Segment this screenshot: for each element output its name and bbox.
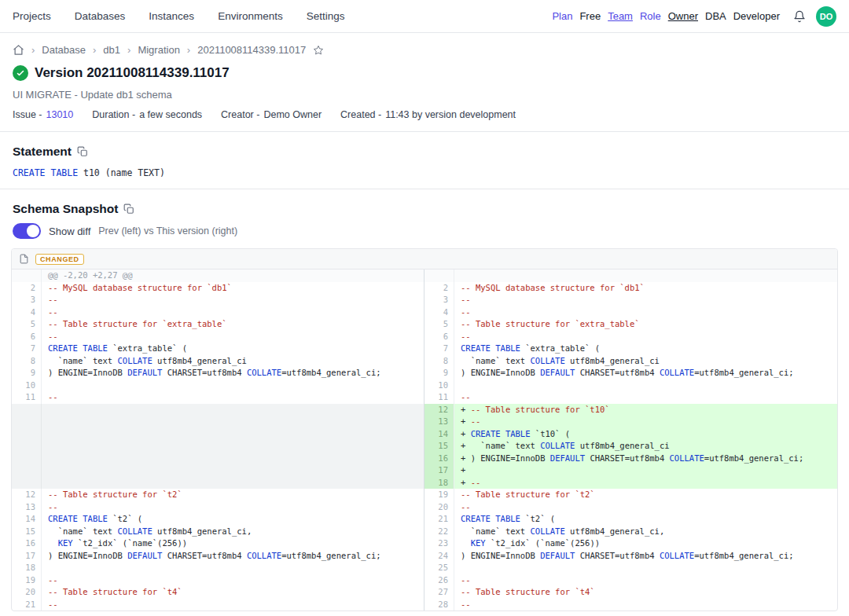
- line-number: [12, 464, 42, 477]
- line-number: 17: [424, 464, 454, 477]
- diff-line: 5-- Table structure for `extra_table`: [12, 318, 424, 331]
- meta-issue-label: Issue -: [13, 109, 42, 120]
- plan-option-team[interactable]: Team: [608, 10, 633, 22]
- nav-projects[interactable]: Projects: [13, 10, 51, 22]
- line-code: + CREATE TABLE `t10` (: [454, 428, 837, 441]
- statement-sql: CREATE TABLE t10 (name TEXT): [0, 159, 849, 189]
- diff-line: 10: [12, 380, 424, 392]
- diff-line: 7CREATE TABLE `extra_table` (: [12, 343, 424, 355]
- line-code: CREATE TABLE `extra_table` (: [42, 343, 424, 355]
- line-number: 20: [424, 501, 454, 514]
- diff-line: 27-- Table structure for `t4`: [424, 586, 837, 599]
- line-code: [42, 453, 424, 465]
- plan-label[interactable]: Plan: [552, 10, 572, 22]
- line-code: -- Table structure for `t4`: [454, 586, 837, 599]
- line-number: 15: [424, 440, 454, 453]
- line-number: 15: [12, 526, 42, 538]
- diff-line: 11--: [424, 391, 837, 404]
- copy-snapshot-icon[interactable]: [123, 204, 134, 214]
- line-code: --: [42, 294, 424, 306]
- diff-line: 7CREATE TABLE `extra_table` (: [424, 343, 837, 355]
- diff-line: 17+: [424, 464, 837, 477]
- line-number: 11: [12, 391, 42, 404]
- line-code: -- Table structure for `extra_table`: [454, 318, 837, 331]
- line-code: + ) ENGINE=InnoDB DEFAULT CHARSET=utf8mb…: [454, 453, 837, 465]
- diff-line: 5-- Table structure for `extra_table`: [424, 318, 837, 331]
- show-diff-label: Show diff: [49, 226, 90, 237]
- star-icon[interactable]: [313, 45, 324, 56]
- diff-line: 23 KEY `t2_idx` (`name`(256)): [424, 537, 837, 550]
- diff-line: 2-- MySQL database structure for `db1`: [12, 282, 424, 295]
- line-number: 17: [12, 550, 42, 563]
- notification-bell-icon[interactable]: [793, 10, 806, 23]
- diff-line: 12+ -- Table structure for `t10`: [424, 404, 837, 416]
- diff-line: [12, 464, 424, 477]
- line-number: [12, 404, 42, 416]
- schema-diff-card: CHANGED @@ -2,20 +2,27 @@2-- MySQL datab…: [11, 248, 838, 611]
- line-number: 8: [12, 355, 42, 368]
- nav-databases[interactable]: Databases: [75, 10, 126, 22]
- diff-line: 12-- Table structure for `t2`: [12, 489, 424, 501]
- copy-statement-icon[interactable]: [77, 146, 88, 157]
- plan-option-free[interactable]: Free: [579, 10, 601, 22]
- diff-body: @@ -2,20 +2,27 @@2-- MySQL database stru…: [12, 270, 837, 610]
- line-number: 5: [424, 318, 454, 331]
- line-code: CREATE TABLE `t2` (: [42, 513, 424, 526]
- line-number: 4: [12, 306, 42, 319]
- breadcrumb-migration[interactable]: Migration: [138, 44, 179, 56]
- role-option-owner[interactable]: Owner: [668, 10, 698, 22]
- diff-line: 21--: [12, 599, 424, 611]
- diff-line: 4--: [424, 306, 837, 319]
- breadcrumb-database[interactable]: Database: [42, 44, 86, 56]
- statement-heading: Statement: [13, 145, 72, 159]
- line-number: 2: [12, 282, 42, 295]
- role-option-developer[interactable]: Developer: [733, 10, 780, 22]
- line-code: ) ENGINE=InnoDB DEFAULT CHARSET=utf8mb4 …: [42, 367, 424, 380]
- line-number: [12, 428, 42, 441]
- nav-environments[interactable]: Environments: [218, 10, 283, 22]
- line-code: + `name` text COLLATE utf8mb4_general_ci: [454, 440, 837, 453]
- line-number: 10: [12, 380, 42, 392]
- role-label[interactable]: Role: [640, 10, 661, 22]
- diff-line: 21CREATE TABLE `t2` (: [424, 513, 837, 526]
- line-number: 6: [424, 331, 454, 343]
- nav-instances[interactable]: Instances: [149, 10, 194, 22]
- line-code: [42, 440, 424, 453]
- nav-right: Plan Free Team Role Owner DBA Developer …: [552, 6, 836, 27]
- line-code: [454, 562, 837, 574]
- line-number: 13: [12, 501, 42, 514]
- role-option-dba[interactable]: DBA: [705, 10, 726, 22]
- line-number: 5: [12, 318, 42, 331]
- line-code: -- Table structure for `t4`: [42, 586, 424, 599]
- diff-line: [12, 453, 424, 465]
- issue-link[interactable]: 13010: [46, 109, 74, 120]
- breadcrumb-version[interactable]: 20211008114339.11017: [197, 44, 306, 56]
- line-number: 16: [12, 537, 42, 550]
- line-code: --: [42, 501, 424, 514]
- line-number: 3: [424, 294, 454, 306]
- line-code: [42, 380, 424, 392]
- line-number: 19: [424, 489, 454, 501]
- line-code: [454, 380, 837, 392]
- line-code: --: [42, 331, 424, 343]
- diff-line: [12, 404, 424, 416]
- line-code: -- MySQL database structure for `db1`: [42, 282, 424, 295]
- meta-duration: Duration - a few seconds: [92, 109, 202, 120]
- line-number: 20: [12, 586, 42, 599]
- line-number: 2: [424, 282, 454, 295]
- line-code: --: [454, 599, 837, 611]
- line-code: -- Table structure for `t2`: [454, 489, 837, 501]
- line-number: 27: [424, 586, 454, 599]
- diff-line: 22 `name` text COLLATE utf8mb4_general_c…: [424, 526, 837, 538]
- meta-issue: Issue - 13010: [13, 109, 73, 120]
- home-icon[interactable]: [13, 44, 24, 56]
- breadcrumb-separator: ›: [93, 44, 96, 56]
- nav-settings[interactable]: Settings: [307, 10, 345, 22]
- avatar[interactable]: DO: [816, 6, 836, 27]
- breadcrumb-separator: ›: [187, 44, 190, 56]
- diff-line: 3--: [424, 294, 837, 306]
- line-code: --: [454, 501, 837, 514]
- line-code: CREATE TABLE `t2` (: [454, 513, 837, 526]
- show-diff-toggle[interactable]: [13, 223, 41, 239]
- breadcrumb-db1[interactable]: db1: [103, 44, 120, 56]
